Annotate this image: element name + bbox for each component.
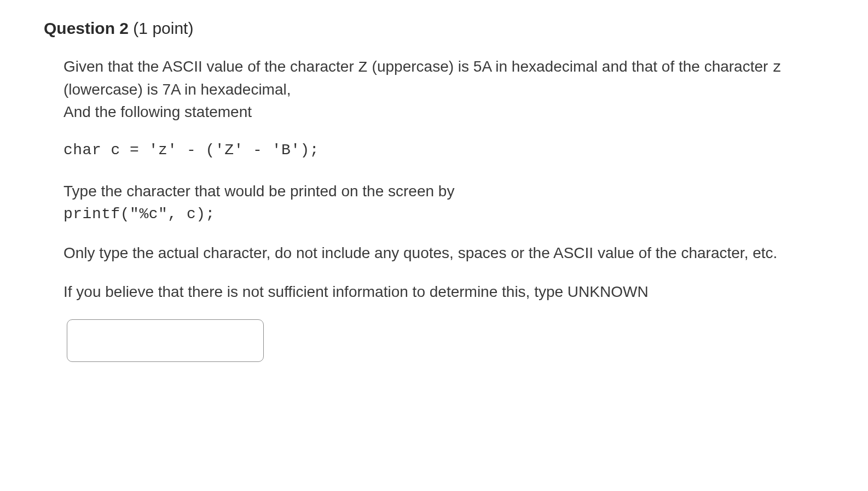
inline-code: printf("%c", c); [63, 206, 215, 223]
text-segment: (uppercase) is 5A in hexadecimal and tha… [368, 58, 772, 75]
question-points: (1 point) [129, 19, 193, 37]
question-paragraph-1: Given that the ASCII value of the charac… [63, 56, 824, 124]
text-segment: Given that the ASCII value of the charac… [63, 58, 358, 75]
question-header: Question 2 (1 point) [44, 16, 824, 40]
text-segment: Type the character that would be printed… [63, 183, 454, 200]
question-body: Given that the ASCII value of the charac… [44, 56, 824, 363]
question-paragraph-2: Type the character that would be printed… [63, 180, 824, 226]
text-segment: (lowercase) is 7A in hexadecimal, [63, 81, 291, 98]
code-block: char c = 'z' - ('Z' - 'B'); [63, 139, 824, 162]
answer-input[interactable] [67, 319, 264, 362]
question-number: Question 2 [44, 19, 129, 37]
question-paragraph-4: If you believe that there is not suffici… [63, 281, 824, 303]
inline-code: Z [358, 59, 368, 76]
question-paragraph-3: Only type the actual character, do not i… [63, 242, 824, 265]
text-segment: And the following statement [63, 103, 252, 120]
inline-code: z [772, 59, 782, 76]
